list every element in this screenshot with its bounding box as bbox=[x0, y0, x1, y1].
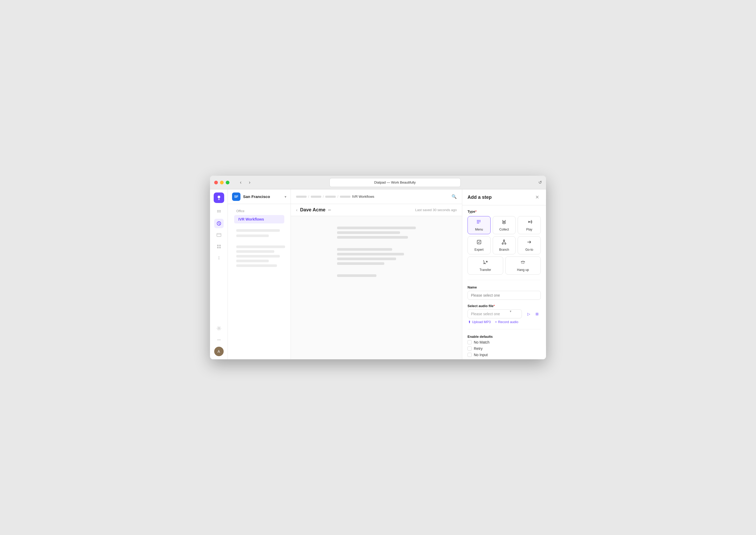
close-panel-button[interactable]: ✕ bbox=[533, 194, 541, 201]
checkbox-no-match[interactable]: No Match bbox=[468, 340, 541, 344]
breadcrumb-item-1 bbox=[296, 196, 307, 198]
type-option-menu-label: Menu bbox=[475, 228, 483, 231]
type-option-goto[interactable]: Go-to bbox=[518, 236, 541, 254]
svg-point-0 bbox=[218, 196, 220, 198]
svg-rect-3 bbox=[218, 210, 220, 211]
defaults-label: Enable defaults bbox=[468, 335, 541, 339]
svg-point-15 bbox=[218, 257, 220, 258]
svg-point-31 bbox=[505, 243, 506, 244]
sidebar-icon-settings[interactable] bbox=[214, 324, 224, 333]
sidebar-icon-item5[interactable] bbox=[214, 253, 224, 263]
no-input-checkbox[interactable] bbox=[468, 353, 472, 357]
breadcrumb-item-3 bbox=[325, 196, 336, 198]
svg-rect-7 bbox=[220, 211, 221, 212]
type-option-menu[interactable]: Menu bbox=[468, 216, 491, 234]
nav-section: Office IVR Workflows bbox=[228, 204, 290, 225]
nav-skeleton-1 bbox=[236, 229, 280, 232]
traffic-lights bbox=[214, 181, 229, 184]
svg-point-27 bbox=[503, 221, 505, 223]
play-audio-button[interactable]: ▷ bbox=[525, 310, 532, 318]
type-option-hangup[interactable]: Hang up bbox=[505, 257, 541, 274]
skel-1 bbox=[337, 227, 416, 229]
breadcrumb-sep-3: / bbox=[337, 195, 338, 199]
no-match-label: No Match bbox=[474, 340, 490, 344]
upload-mp3-link[interactable]: ⬆ Upload MP3 bbox=[468, 320, 491, 324]
sidebar-icon-dial[interactable] bbox=[214, 207, 224, 217]
skel-4 bbox=[337, 248, 392, 251]
goto-icon bbox=[526, 239, 532, 246]
user-avatar[interactable]: A bbox=[214, 347, 224, 356]
sidebar-icon-contacts[interactable] bbox=[214, 230, 224, 240]
svg-rect-6 bbox=[218, 211, 220, 212]
type-option-transfer[interactable]: Transfer bbox=[468, 257, 503, 274]
nav-skeleton-6 bbox=[236, 260, 269, 262]
nav-panel: SF San Francisco ▾ Office IVR Workflows bbox=[228, 189, 291, 359]
nav-item-ivrworkflows[interactable]: IVR Workflows bbox=[234, 215, 284, 223]
svg-point-1 bbox=[218, 199, 220, 200]
checkbox-retry[interactable]: Retry bbox=[468, 347, 541, 351]
retry-checkbox[interactable] bbox=[468, 347, 472, 351]
svg-rect-25 bbox=[477, 223, 478, 223]
type-option-expert[interactable]: Expert bbox=[468, 236, 491, 254]
minimize-traffic-light[interactable] bbox=[220, 181, 224, 184]
collect-icon bbox=[501, 219, 507, 226]
skel-7 bbox=[337, 262, 384, 265]
svg-rect-9 bbox=[217, 234, 221, 237]
defaults-section: Enable defaults No Match Retry No Inp bbox=[468, 335, 541, 357]
sidebar-icon-item7[interactable] bbox=[214, 335, 224, 345]
browser-nav-buttons: ‹ › bbox=[237, 179, 254, 186]
type-option-branch[interactable]: Branch bbox=[493, 236, 516, 254]
checkbox-no-input[interactable]: No Input bbox=[468, 353, 541, 357]
refresh-button[interactable]: ↺ bbox=[538, 180, 542, 185]
search-button[interactable]: 🔍 bbox=[451, 194, 457, 199]
divider-1 bbox=[468, 280, 541, 280]
nav-panel-title: San Francisco bbox=[243, 194, 282, 199]
audio-file-select[interactable]: Please select one bbox=[468, 309, 522, 318]
type-section: Type* bbox=[468, 210, 541, 274]
audio-file-section: Select audio file* Please select one ▾ ▷… bbox=[468, 304, 541, 324]
sidebar-icon-history[interactable] bbox=[214, 219, 224, 228]
main-header: / / / IVR Workflows 🔍 bbox=[291, 189, 462, 204]
type-option-collect-label: Collect bbox=[499, 228, 509, 231]
skel-3 bbox=[337, 236, 408, 239]
name-input[interactable] bbox=[468, 291, 541, 300]
type-option-transfer-label: Transfer bbox=[480, 268, 491, 272]
workflow-back-button[interactable]: ‹ bbox=[296, 208, 297, 212]
nav-panel-header[interactable]: SF San Francisco ▾ bbox=[228, 189, 290, 204]
type-option-play[interactable]: Play bbox=[518, 216, 541, 234]
record-icon: + bbox=[495, 320, 497, 324]
sidebar-icon-item4[interactable] bbox=[214, 242, 224, 251]
type-option-play-label: Play bbox=[526, 228, 532, 231]
type-option-collect[interactable]: Collect bbox=[493, 216, 516, 234]
copy-audio-button[interactable]: ⊞ bbox=[533, 310, 541, 318]
no-match-checkbox[interactable] bbox=[468, 340, 472, 344]
audio-select-row: Please select one ▾ ▷ ⊞ bbox=[468, 309, 541, 318]
app-body: A SF San Francisco ▾ Office IVR Workflow… bbox=[210, 189, 546, 359]
right-panel: Add a step ✕ Type* bbox=[462, 189, 546, 359]
divider-2 bbox=[468, 329, 541, 329]
no-input-label: No Input bbox=[474, 353, 488, 357]
svg-rect-21 bbox=[480, 220, 480, 221]
workflow-name: Dave Acme bbox=[300, 207, 325, 213]
type-option-expert-label: Expert bbox=[474, 248, 484, 251]
app-logo bbox=[214, 192, 224, 203]
maximize-traffic-light[interactable] bbox=[226, 181, 229, 184]
workflow-header: ‹ Dave Acme ✏ Last saved 30 seconds ago bbox=[291, 204, 462, 216]
record-audio-link[interactable]: + Record audio bbox=[495, 320, 518, 324]
svg-rect-26 bbox=[478, 223, 479, 223]
back-button[interactable]: ‹ bbox=[237, 179, 245, 186]
edit-workflow-icon[interactable]: ✏ bbox=[328, 208, 331, 212]
breadcrumb-item-2 bbox=[311, 196, 321, 198]
expert-icon bbox=[476, 239, 482, 246]
svg-rect-20 bbox=[478, 220, 479, 221]
close-traffic-light[interactable] bbox=[214, 181, 218, 184]
forward-button[interactable]: › bbox=[246, 179, 254, 186]
main-content: / / / IVR Workflows 🔍 ‹ Dave Acme ✏ Last… bbox=[291, 189, 462, 359]
type-options-row1: Menu Collect bbox=[468, 216, 541, 234]
skel-6 bbox=[337, 258, 396, 260]
type-options-row2: Expert bbox=[468, 236, 541, 254]
hangup-icon bbox=[520, 259, 526, 267]
svg-point-17 bbox=[218, 327, 220, 329]
url-bar[interactable]: Dialpad — Work Beautifully bbox=[329, 178, 461, 187]
menu-icon bbox=[476, 219, 482, 226]
